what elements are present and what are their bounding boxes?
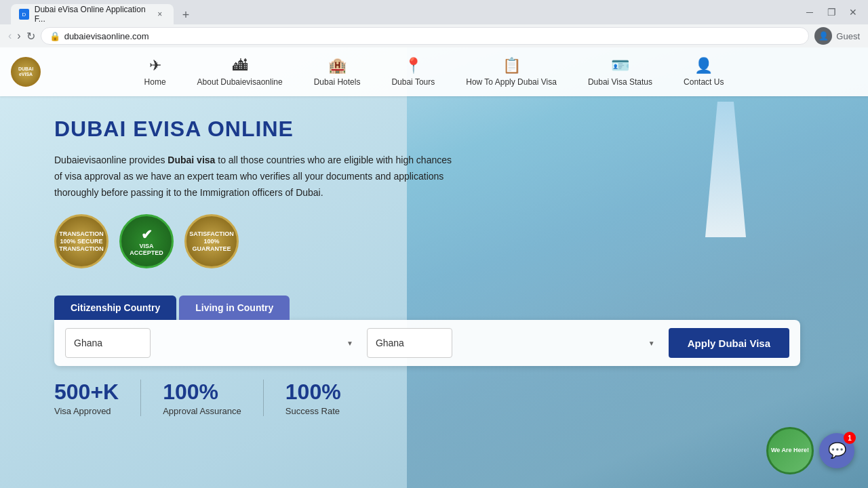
form-labels: Citizenship Country Living in Country: [54, 296, 814, 320]
nav-how-to-apply-label: How To Apply Dubai Visa: [466, 77, 557, 87]
nav-about-label: About Dubaievisaonline: [197, 77, 283, 87]
chat-button[interactable]: 💬 1: [819, 433, 854, 468]
stat-approval-number: 100%: [163, 380, 241, 405]
stats-row: 500+K Visa Approved 100% Approval Assura…: [0, 366, 542, 430]
nav-visa-status-label: Dubai Visa Status: [588, 77, 652, 87]
hero-desc-prefix: Dubaievisaonline provides: [54, 155, 167, 165]
nav-home-label: Home: [144, 77, 166, 87]
stat-success-number: 100%: [285, 380, 341, 405]
logo-area: DUBAIeVISA: [11, 57, 41, 87]
address-bar-row: ‹ › ↻ 🔒 dubaievisaonline.com 👤 Guest: [0, 24, 868, 47]
minimize-button[interactable]: ─: [800, 3, 819, 22]
forward-button[interactable]: ›: [17, 30, 20, 42]
site-logo: DUBAIeVISA: [11, 57, 41, 87]
stat-success-rate: 100% Success Rate: [285, 380, 363, 416]
nav-contact[interactable]: 👤 Contact Us: [678, 54, 729, 89]
nav-hotels[interactable]: 🏨 Dubai Hotels: [309, 54, 366, 89]
living-country-select[interactable]: Ghana United States United Kingdom India…: [367, 328, 452, 358]
citizenship-select-wrapper: Ghana United States United Kingdom India…: [65, 328, 361, 358]
visa-form-section: Citizenship Country Living in Country Gh…: [0, 296, 868, 366]
stat-approval-assurance: 100% Approval Assurance: [163, 380, 264, 416]
browser-chrome: D Dubai eVisa Online Application F... × …: [0, 0, 868, 47]
stat-success-label: Success Rate: [285, 406, 341, 416]
we-are-here-text: We Are Here!: [771, 447, 809, 455]
user-avatar[interactable]: 👤: [814, 27, 832, 45]
tab-favicon: D: [19, 9, 29, 20]
visa-status-icon: 🪪: [611, 57, 629, 75]
nav-tours[interactable]: 📍 Dubai Tours: [386, 54, 440, 89]
tab-title: Dubai eVisa Online Application F...: [35, 5, 149, 24]
how-to-apply-icon: 📋: [502, 57, 521, 75]
tours-icon: 📍: [404, 57, 422, 75]
address-bar[interactable]: 🔒 dubaievisaonline.com: [41, 27, 810, 45]
living-tab[interactable]: Living in Country: [179, 296, 290, 320]
nav-hotels-label: Dubai Hotels: [314, 77, 361, 87]
stat-visa-approved-label: Visa Approved: [54, 406, 119, 416]
citizenship-select[interactable]: Ghana United States United Kingdom India…: [65, 328, 151, 358]
hero-title: DUBAI EVISA ONLINE: [54, 117, 454, 142]
chat-widget: We Are Here! 💬 1: [766, 427, 854, 474]
close-button[interactable]: ✕: [844, 3, 863, 22]
refresh-button[interactable]: ↻: [26, 30, 35, 43]
nav-tours-label: Dubai Tours: [391, 77, 435, 87]
main-navbar: DUBAIeVISA ✈ Home 🏙 About Dubaievisaonli…: [0, 47, 868, 96]
chat-notification-badge: 1: [844, 432, 856, 444]
satisfaction-badge: SATISFACTION100%GUARANTEE: [184, 214, 239, 268]
url-text: dubaievisaonline.com: [64, 31, 801, 41]
hero-section: DUBAI EVISA ONLINE Dubaievisaonline prov…: [0, 96, 509, 302]
restore-button[interactable]: ❐: [822, 3, 841, 22]
stat-visa-approved: 500+K Visa Approved: [54, 380, 141, 416]
burj-al-arab-silhouette: [705, 102, 746, 237]
stat-approval-label: Approval Assurance: [163, 406, 241, 416]
secure-badge-text: TRANSACTION100% SECURETRANSACTION: [59, 230, 104, 252]
home-icon: ✈: [149, 57, 161, 75]
apply-dubai-visa-button[interactable]: Apply Dubai Visa: [669, 328, 789, 358]
trust-badges: TRANSACTION100% SECURETRANSACTION ✔ VISA…: [54, 214, 454, 268]
back-button[interactable]: ‹: [8, 30, 12, 42]
about-icon: 🏙: [233, 57, 248, 75]
chat-icon: 💬: [828, 442, 846, 460]
browser-titlebar: D Dubai eVisa Online Application F... × …: [0, 0, 868, 24]
nav-contact-label: Contact Us: [684, 77, 724, 87]
citizenship-tab[interactable]: Citizenship Country: [54, 296, 176, 320]
tab-bar: D Dubai eVisa Online Application F... × …: [5, 0, 195, 24]
hero-desc-bold: Dubai visa: [167, 155, 215, 165]
new-tab-button[interactable]: +: [176, 5, 195, 24]
form-row: Ghana United States United Kingdom India…: [54, 320, 800, 366]
nav-about[interactable]: 🏙 About Dubaievisaonline: [192, 54, 288, 89]
active-tab[interactable]: D Dubai eVisa Online Application F... ×: [11, 4, 174, 24]
accepted-badge-text: VISAACCEPTED: [130, 243, 163, 258]
satisfaction-badge-text: SATISFACTION100%GUARANTEE: [189, 230, 233, 252]
hero-description: Dubaievisaonline provides Dubai visa to …: [54, 152, 454, 201]
contact-icon: 👤: [694, 57, 713, 75]
nav-visa-status[interactable]: 🪪 Dubai Visa Status: [583, 54, 658, 89]
lock-icon: 🔒: [50, 31, 60, 41]
we-are-here-badge: We Are Here!: [766, 427, 814, 474]
nav-home[interactable]: ✈ Home: [139, 54, 172, 89]
secure-badge: TRANSACTION100% SECURETRANSACTION: [54, 214, 108, 268]
living-select-wrapper: Ghana United States United Kingdom India…: [367, 328, 663, 358]
user-label: Guest: [836, 31, 860, 41]
user-area: 👤 Guest: [814, 27, 860, 45]
stat-visa-approved-number: 500+K: [54, 380, 119, 405]
page-content: DUBAIeVISA ✈ Home 🏙 About Dubaievisaonli…: [0, 47, 868, 488]
accepted-badge: ✔ VISAACCEPTED: [119, 214, 174, 268]
nav-how-to-apply[interactable]: 📋 How To Apply Dubai Visa: [460, 54, 562, 89]
hotels-icon: 🏨: [328, 57, 347, 75]
tab-close-button[interactable]: ×: [154, 8, 165, 20]
